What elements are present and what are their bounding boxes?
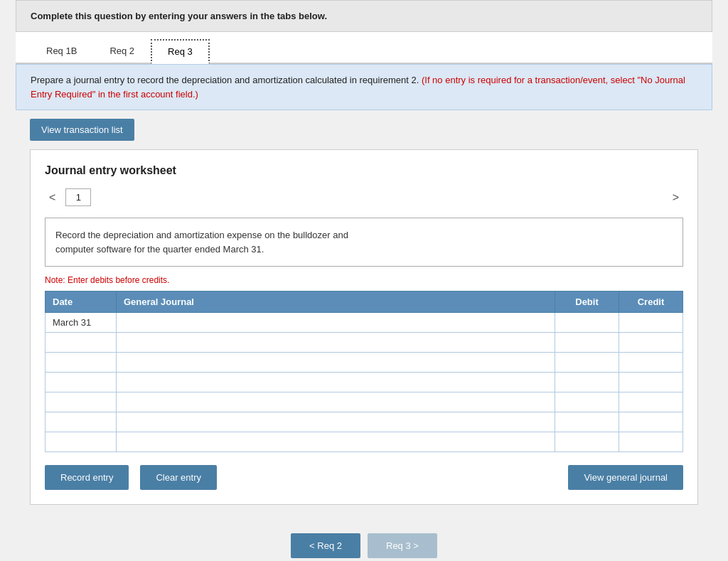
instruction-bar: Complete this question by entering your … — [16, 0, 712, 32]
debit-input-6[interactable] — [562, 417, 611, 427]
debit-input-4[interactable] — [562, 377, 611, 388]
table-header-row: Date General Journal Debit Credit — [46, 292, 683, 313]
worksheet-container: Journal entry worksheet < 1 > Record the… — [30, 149, 698, 505]
debit-cell-4[interactable] — [555, 373, 619, 392]
credit-cell-6[interactable] — [619, 412, 683, 432]
date-cell-2 — [46, 333, 117, 353]
tab-req3[interactable]: Req 3 — [151, 39, 210, 64]
table-row — [46, 353, 683, 373]
next-page-button[interactable]: > — [668, 190, 683, 205]
table-row — [46, 432, 683, 452]
debit-input-5[interactable] — [562, 397, 611, 407]
journal-input-5[interactable] — [124, 397, 547, 407]
action-buttons: Record entry Clear entry View general jo… — [45, 465, 683, 490]
credit-cell-7[interactable] — [619, 432, 683, 452]
journal-cell-4[interactable] — [117, 373, 555, 392]
date-cell-4 — [46, 373, 117, 392]
date-cell-6 — [46, 412, 117, 432]
debit-cell-3[interactable] — [555, 353, 619, 373]
credit-cell-5[interactable] — [619, 392, 683, 412]
nav-left: < 1 — [45, 188, 91, 206]
tab-req1b[interactable]: Req 1B — [30, 39, 93, 63]
credit-cell-1[interactable] — [619, 313, 683, 333]
col-date: Date — [46, 292, 117, 313]
journal-cell-6[interactable] — [117, 412, 555, 432]
prev-nav-button[interactable]: < Req 2 — [291, 533, 360, 558]
journal-input-7[interactable] — [124, 437, 547, 447]
page-wrapper: Complete this question by entering your … — [16, 0, 712, 561]
journal-input-4[interactable] — [124, 377, 547, 388]
table-row — [46, 373, 683, 392]
journal-cell-7[interactable] — [117, 432, 555, 452]
tab-req2[interactable]: Req 2 — [93, 39, 151, 63]
debit-cell-2[interactable] — [555, 333, 619, 353]
prev-page-button[interactable]: < — [45, 190, 60, 205]
tabs-container: Req 1B Req 2 Req 3 — [16, 32, 712, 64]
bottom-nav: < Req 2 Req 3 > — [16, 519, 712, 561]
credit-input-3[interactable] — [626, 357, 675, 368]
note-text: Note: Enter debits before credits. — [45, 275, 683, 285]
table-row — [46, 412, 683, 432]
date-cell-3 — [46, 353, 117, 373]
debit-cell-1[interactable] — [555, 313, 619, 333]
journal-cell-3[interactable] — [117, 353, 555, 373]
debit-input-1[interactable] — [562, 317, 611, 328]
view-general-journal-button[interactable]: View general journal — [568, 465, 683, 490]
col-debit: Debit — [555, 292, 619, 313]
credit-input-7[interactable] — [626, 437, 675, 447]
col-credit: Credit — [619, 292, 683, 313]
transaction-btn-row: View transaction list — [16, 110, 712, 149]
info-box: Prepare a journal entry to record the de… — [16, 64, 712, 110]
info-main-text: Prepare a journal entry to record the de… — [31, 75, 422, 85]
description-box: Record the depreciation and amortization… — [45, 218, 683, 267]
date-cell-1: March 31 — [46, 313, 117, 333]
worksheet-title: Journal entry worksheet — [45, 164, 683, 177]
debit-input-3[interactable] — [562, 357, 611, 368]
debit-input-2[interactable] — [562, 337, 611, 348]
credit-input-1[interactable] — [626, 317, 675, 328]
table-row — [46, 392, 683, 412]
credit-cell-3[interactable] — [619, 353, 683, 373]
page-number: 1 — [65, 188, 91, 206]
clear-entry-button[interactable]: Clear entry — [140, 465, 217, 490]
description-text: Record the depreciation and amortization… — [55, 230, 348, 255]
date-cell-5 — [46, 392, 117, 412]
credit-cell-4[interactable] — [619, 373, 683, 392]
journal-input-2[interactable] — [124, 337, 547, 348]
credit-input-4[interactable] — [626, 377, 675, 388]
debit-input-7[interactable] — [562, 437, 611, 447]
next-nav-button: Req 3 > — [368, 533, 437, 558]
table-row: March 31 — [46, 313, 683, 333]
journal-cell-2[interactable] — [117, 333, 555, 353]
journal-cell-1[interactable] — [117, 313, 555, 333]
debit-cell-6[interactable] — [555, 412, 619, 432]
credit-cell-2[interactable] — [619, 333, 683, 353]
journal-table: Date General Journal Debit Credit March … — [45, 291, 683, 452]
credit-input-5[interactable] — [626, 397, 675, 407]
journal-input-3[interactable] — [124, 357, 547, 368]
col-general-journal: General Journal — [117, 292, 555, 313]
debit-cell-5[interactable] — [555, 392, 619, 412]
instruction-text: Complete this question by entering your … — [31, 11, 327, 21]
view-transaction-list-button[interactable]: View transaction list — [30, 119, 134, 141]
table-header: Date General Journal Debit Credit — [46, 292, 683, 313]
credit-input-2[interactable] — [626, 337, 675, 348]
nav-row: < 1 > — [45, 188, 683, 206]
debit-cell-7[interactable] — [555, 432, 619, 452]
date-cell-7 — [46, 432, 117, 452]
journal-input-6[interactable] — [124, 417, 547, 427]
journal-cell-5[interactable] — [117, 392, 555, 412]
journal-input-1[interactable] — [124, 317, 547, 328]
record-entry-button[interactable]: Record entry — [45, 465, 129, 490]
table-body: March 31 — [46, 313, 683, 452]
table-row — [46, 333, 683, 353]
credit-input-6[interactable] — [626, 417, 675, 427]
